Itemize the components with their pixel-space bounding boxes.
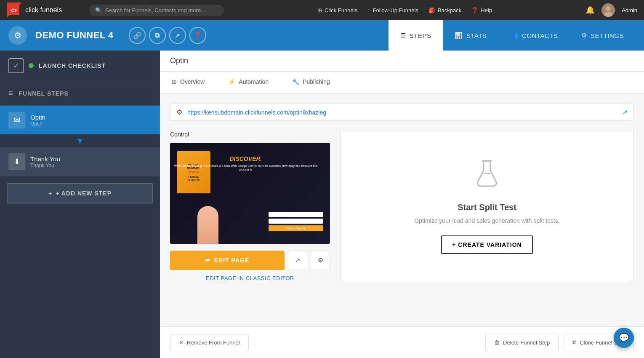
tab-contacts[interactable]: 👥 CONTACTS	[499, 20, 570, 51]
sidebar-launch-checklist[interactable]: ✓ LAUNCH CHECKLIST	[0, 51, 160, 81]
contacts-icon: 👥	[511, 32, 519, 39]
thank-you-step-name: Thank You	[30, 155, 60, 163]
external-tool-button[interactable]: ↗	[169, 27, 186, 44]
flask-icon	[474, 159, 500, 194]
svg-text:CF: CF	[11, 8, 18, 13]
url-settings-icon[interactable]: ⚙	[176, 108, 182, 116]
notification-icon[interactable]: 🔔	[585, 5, 595, 15]
funnel-title: DEMO FUNNEL 4	[35, 30, 114, 41]
search-bar[interactable]: 🔍 Search for Funnels, Contacts and more.…	[89, 5, 224, 16]
sub-tabs: ⊞ Overview ⚡ Automation 🔧 Publishing	[160, 72, 644, 94]
gear-icon: ⚙	[14, 30, 21, 40]
content-area: Optin ⊞ Overview ⚡ Automation 🔧 Publishi…	[160, 51, 644, 358]
settings-icon: ⚙	[581, 32, 587, 39]
funnel-header: ⚙ DEMO FUNNEL 4 🔗 ⧉ ↗ ❓ ☰ STEPS 📊 STATS …	[0, 20, 644, 51]
link-tool-button[interactable]: 🔗	[129, 27, 146, 44]
search-placeholder: Search for Funnels, Contacts and more...	[105, 7, 205, 13]
thumbnail-inner: MOTHER FUNNEL Secrets FUNNEL TO HE IN 48…	[170, 143, 330, 244]
check-icon: ✓	[8, 58, 24, 73]
remove-from-funnel-button[interactable]: ✕ Remove From Funnel	[170, 334, 249, 351]
split-test-panel: Start Split Test Optimize your lead and …	[340, 131, 634, 281]
edit-page-button[interactable]: ✏ EDIT PAGE	[170, 251, 285, 270]
svg-point-3	[606, 6, 611, 11]
sidebar-funnel-steps-header: ≡ FUNNEL STEPS	[0, 81, 160, 106]
sub-tab-publishing[interactable]: 🔧 Publishing	[280, 72, 342, 93]
sub-tab-automation[interactable]: ⚡ Automation	[216, 72, 280, 93]
logo-area: CF click funnels	[7, 3, 82, 18]
sub-tab-overview[interactable]: ⊞ Overview	[160, 72, 216, 93]
sidebar-item-optin[interactable]: ✉ Optin Optin	[0, 106, 160, 134]
automation-icon: ⚡	[228, 78, 235, 85]
optin-step-sub: Optin	[30, 121, 45, 127]
optin-icon: ✉	[8, 112, 25, 128]
main-layout: ✓ LAUNCH CHECKLIST ≡ FUNNEL STEPS ✉ Opti…	[0, 51, 644, 358]
split-test-description: Optimize your lead and sales generation …	[414, 216, 560, 225]
delete-funnel-step-button[interactable]: 🗑 Delete Funnel Step	[485, 334, 559, 351]
nav-links: ⊞ Click Funnels ↑ Follow-Up Funnels 🎒 Ba…	[231, 7, 579, 13]
discover-headline: DISCOVER.	[170, 155, 322, 162]
form-fields: Click to Sign Up	[269, 212, 323, 231]
steps-icon: ☰	[400, 32, 406, 39]
trash-icon: 🗑	[494, 339, 500, 346]
overview-icon: ⊞	[172, 78, 177, 85]
sidebar-item-thank-you[interactable]: ⬇ Thank You Thank You	[0, 147, 160, 176]
url-bar: ⚙ https://kerisubdomain.clickfunnels.com…	[170, 104, 634, 121]
stats-icon: 📊	[455, 32, 463, 39]
create-variation-button[interactable]: + CREATE VARIATION	[441, 235, 532, 254]
page-gear-icon: ⚙	[318, 256, 323, 264]
help-tool-button[interactable]: ❓	[189, 27, 206, 44]
mini-name-input	[269, 212, 323, 217]
page-thumbnail: MOTHER FUNNEL Secrets FUNNEL TO HE IN 48…	[170, 143, 330, 244]
remove-icon: ✕	[179, 339, 184, 346]
funnel-tabs: ☰ STEPS 📊 STATS 👥 CONTACTS ⚙ SETTINGS	[389, 20, 636, 51]
mini-cta-button: Click to Sign Up	[269, 225, 323, 231]
logo-text: click funnels	[25, 6, 62, 14]
tab-settings[interactable]: ⚙ SETTINGS	[569, 20, 636, 51]
sidebar: ✓ LAUNCH CHECKLIST ≡ FUNNEL STEPS ✉ Opti…	[0, 51, 160, 358]
tab-steps[interactable]: ☰ STEPS	[389, 20, 443, 51]
nav-click-funnels[interactable]: ⊞ Click Funnels	[317, 7, 357, 13]
page-external-link-button[interactable]: ↗	[288, 251, 307, 270]
funnel-settings-icon[interactable]: ⚙	[8, 26, 27, 45]
content-inner: ⚙ https://kerisubdomain.clickfunnels.com…	[160, 94, 644, 326]
clone-icon: ⧉	[572, 339, 576, 346]
nav-help[interactable]: ❓ Help	[471, 7, 492, 13]
copy-tool-button[interactable]: ⧉	[149, 27, 166, 44]
classic-editor-link[interactable]: EDIT PAGE IN CLASSIC EDITOR	[170, 275, 330, 281]
nav-backpack[interactable]: 🎒 Backpack	[428, 7, 461, 13]
page-settings-button[interactable]: ⚙	[311, 251, 330, 270]
nav-fuf-icon: ↑	[367, 7, 370, 13]
optin-step-name: Optin	[30, 114, 45, 121]
add-new-step-button[interactable]: + + ADD NEW STEP	[7, 183, 153, 203]
mini-email-input	[269, 219, 323, 224]
hamburger-icon: ≡	[8, 89, 13, 98]
nav-follow-up-funnels[interactable]: ↑ Follow-Up Funnels	[367, 7, 418, 13]
step-connector-arrow: ▼	[0, 134, 160, 147]
tab-stats[interactable]: 📊 STATS	[443, 20, 498, 51]
nav-backpack-icon: 🎒	[428, 7, 435, 13]
step-name-header: Optin	[160, 51, 644, 72]
bottom-actions: ✕ Remove From Funnel 🗑 Delete Funnel Ste…	[160, 326, 644, 358]
edit-icon: ✏	[205, 257, 211, 264]
publishing-icon: 🔧	[292, 78, 299, 85]
funnel-tools: 🔗 ⧉ ↗ ❓	[129, 27, 206, 44]
person-image	[195, 202, 221, 244]
split-panels: Control MOTHER FUNNEL Secrets FUNNEL	[170, 131, 634, 281]
current-step-name: Optin	[170, 56, 188, 65]
plus-icon: +	[48, 190, 52, 197]
split-test-title: Start Split Test	[458, 203, 516, 212]
launch-checklist-label: LAUNCH CHECKLIST	[39, 62, 106, 69]
nav-right: 🔔 Admin	[585, 3, 637, 17]
thank-you-step-sub: Thank You	[30, 163, 60, 168]
avatar[interactable]	[601, 3, 615, 17]
chat-bubble-button[interactable]: 💬	[614, 328, 634, 348]
user-name: Admin	[622, 7, 637, 13]
funnel-steps-label: FUNNEL STEPS	[19, 90, 69, 97]
url-external-link-icon[interactable]: ↗	[622, 108, 628, 116]
funnel-url: https://kerisubdomain.clickfunnels.com/o…	[187, 109, 617, 116]
nav-help-icon: ❓	[471, 7, 478, 13]
control-panel: Control MOTHER FUNNEL Secrets FUNNEL	[170, 131, 330, 281]
discover-sub: What James Is Using to Generate 3-5 New …	[170, 164, 322, 171]
discover-text: DISCOVER. What James Is Using to Generat…	[170, 155, 322, 171]
chat-icon: 💬	[619, 333, 629, 343]
